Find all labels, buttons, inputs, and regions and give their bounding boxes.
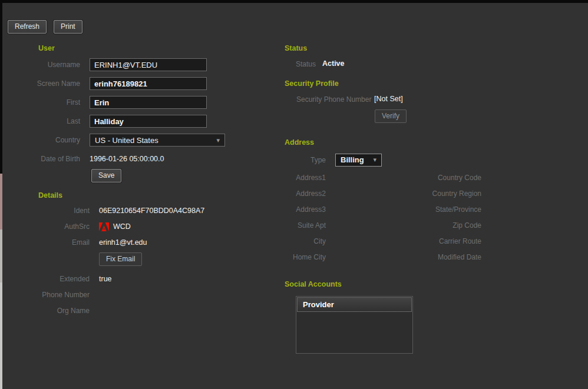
country-row: Country US - United States ▾ [6, 134, 253, 147]
address1-label: Address1 [277, 174, 326, 182]
country-selected-value: US - United States [95, 136, 216, 145]
extended-row: Extended true [6, 273, 253, 285]
address2-label: Address2 [277, 189, 326, 198]
fix-email-row: Fix Email [6, 252, 253, 266]
address-row: Address3 State/Province [277, 201, 507, 217]
address-row: Suite Apt Zip Code [277, 217, 507, 233]
country-select[interactable]: US - United States ▾ [90, 134, 225, 147]
top-edge-bar [0, 0, 588, 3]
screen-name-row: Screen Name [6, 77, 253, 90]
extended-value: true [99, 275, 112, 283]
security-phone-label: Security Phone Number [296, 95, 371, 104]
screen-name-input[interactable] [90, 77, 207, 90]
extended-label: Extended [6, 275, 90, 283]
left-strip-segment [0, 282, 2, 389]
left-strip-segment [0, 230, 2, 282]
address3-label: Address3 [277, 205, 326, 214]
social-accounts-section-title: Social Accounts [285, 280, 342, 288]
last-name-row: Last [6, 115, 253, 128]
last-name-input[interactable] [90, 115, 207, 128]
social-accounts-table: Provider [296, 296, 413, 354]
city-label: City [277, 237, 326, 245]
left-strip-segment [0, 0, 2, 174]
address-type-label: Type [277, 156, 326, 164]
save-row: Save [91, 169, 253, 182]
suite-apt-label: Suite Apt [277, 221, 326, 230]
username-row: Username [6, 58, 253, 71]
home-city-label: Home City [277, 253, 326, 261]
chevron-down-icon: ▾ [216, 137, 220, 144]
user-form: Username Screen Name First Last Country … [6, 58, 253, 182]
details-section-title: Details [38, 191, 62, 200]
chevron-down-icon: ▾ [373, 157, 376, 163]
authsrc-row: AuthSrc WCD [6, 221, 253, 232]
dob-value: 1996-01-26 05:00:00.0 [90, 155, 164, 163]
zip-code-label: Zip Code [408, 221, 481, 230]
save-button[interactable]: Save [91, 169, 121, 182]
address-row: Address1 Country Code [277, 169, 507, 185]
email-label: Email [6, 238, 90, 247]
ident-label: Ident [6, 207, 90, 215]
state-province-label: State/Province [408, 205, 481, 214]
status-label: Status [296, 60, 316, 68]
security-section-title: Security Profile [285, 79, 339, 88]
left-strip-segment [0, 174, 2, 230]
first-name-input[interactable] [90, 96, 207, 109]
first-name-label: First [6, 98, 80, 107]
last-name-label: Last [6, 117, 80, 125]
address-rows: Address1 Country Code Address2 Country R… [277, 169, 507, 265]
fix-email-button[interactable]: Fix Email [99, 252, 142, 266]
authsrc-label: AuthSrc [6, 222, 90, 231]
toolbar: Refresh Print [8, 20, 82, 34]
adobe-logo-icon [99, 222, 109, 231]
user-section-title: User [38, 44, 55, 52]
country-code-label: Country Code [408, 174, 481, 182]
dob-row: Date of Birth 1996-01-26 05:00:00.0 [6, 154, 253, 164]
phone-number-row: Phone Number [6, 289, 253, 301]
screen-name-label: Screen Name [6, 79, 80, 88]
username-input[interactable] [90, 58, 207, 71]
provider-column-header[interactable]: Provider [297, 297, 412, 312]
verify-button[interactable]: Verify [375, 109, 407, 123]
first-name-row: First [6, 96, 253, 109]
print-button[interactable]: Print [54, 20, 82, 34]
carrier-route-label: Carrier Route [408, 237, 481, 245]
address-section-title: Address [285, 138, 314, 147]
org-name-row: Org Name [6, 305, 253, 317]
details-rows: Ident 06E9210654F70BDD0A4C98A7 AuthSrc W… [6, 205, 253, 321]
address-row: City Carrier Route [277, 233, 507, 249]
left-edge-strip [0, 0, 2, 389]
email-value: erinh1@vt.edu [99, 238, 147, 247]
address-type-selected-value: Billing [341, 155, 373, 164]
security-phone-value: [Not Set] [374, 95, 403, 103]
modified-date-label: Modified Date [408, 253, 481, 261]
address-type-select[interactable]: Billing ▾ [335, 154, 382, 167]
org-name-label: Org Name [6, 307, 90, 315]
status-section-title: Status [285, 44, 307, 52]
ident-value: 06E9210654F70BDD0A4C98A7 [99, 207, 204, 215]
email-row: Email erinh1@vt.edu [6, 237, 253, 248]
status-value: Active [322, 59, 345, 68]
refresh-button[interactable]: Refresh [8, 20, 47, 34]
address-row: Home City Modified Date [277, 249, 507, 265]
authsrc-text: WCD [113, 222, 131, 231]
phone-number-label: Phone Number [6, 291, 90, 299]
country-region-label: Country Region [408, 189, 481, 198]
address-row: Address2 Country Region [277, 185, 507, 201]
ident-row: Ident 06E9210654F70BDD0A4C98A7 [6, 205, 253, 217]
address-type-row: Type Billing ▾ [277, 153, 382, 167]
app-window: Refresh Print User Username Screen Name … [0, 0, 588, 389]
dob-label: Date of Birth [6, 155, 80, 163]
username-label: Username [6, 61, 80, 69]
authsrc-value: WCD [99, 222, 131, 231]
country-label: Country [6, 136, 80, 144]
